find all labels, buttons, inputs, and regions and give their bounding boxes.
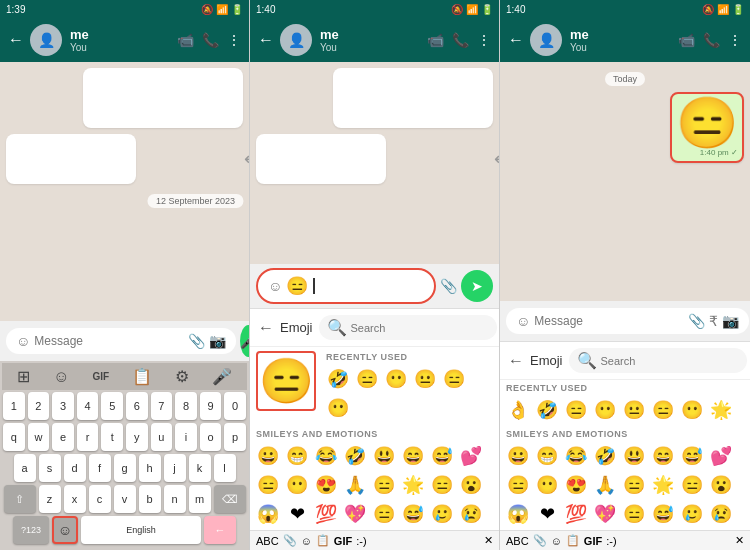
key-s[interactable]: s: [39, 454, 61, 482]
mic-button-1[interactable]: 🎤: [240, 325, 250, 357]
emoji-cell[interactable]: 🌟: [649, 471, 677, 499]
key-7[interactable]: 7: [151, 392, 173, 420]
kb-settings-icon[interactable]: ⚙: [175, 367, 189, 386]
video-call-icon-2[interactable]: 📹: [427, 32, 444, 48]
emoji-button-1[interactable]: ☺: [16, 333, 30, 349]
video-call-icon-3[interactable]: 📹: [678, 32, 695, 48]
call-icon-3[interactable]: 📞: [703, 32, 720, 48]
emoji-cell[interactable]: 😑: [428, 471, 456, 499]
emoji-kb-sticker[interactable]: 📋: [316, 534, 330, 547]
kb-gif-icon[interactable]: GIF: [92, 371, 109, 382]
key-z[interactable]: z: [39, 485, 61, 513]
emoji-cell[interactable]: 😮: [707, 471, 735, 499]
emoji-cell[interactable]: 🌟: [399, 471, 427, 499]
emoji-cell[interactable]: 😑: [620, 500, 648, 528]
emoji-search-input-3[interactable]: [601, 355, 739, 367]
message-input-1[interactable]: [34, 334, 184, 348]
key-v[interactable]: v: [114, 485, 136, 513]
key-1[interactable]: 1: [3, 392, 25, 420]
emoji-search-input-2[interactable]: [351, 322, 489, 334]
emoji-cell[interactable]: 🤣: [533, 396, 561, 424]
emoji-cell[interactable]: 😀: [254, 442, 282, 470]
key-f[interactable]: f: [89, 454, 111, 482]
key-k[interactable]: k: [189, 454, 211, 482]
key-i[interactable]: i: [175, 423, 197, 451]
key-m[interactable]: m: [189, 485, 211, 513]
emoji-cell[interactable]: 🙏: [341, 471, 369, 499]
emoji-cell[interactable]: 😀: [504, 442, 532, 470]
emoji-cell[interactable]: 😑: [620, 471, 648, 499]
key-o[interactable]: o: [200, 423, 222, 451]
kb-grid-icon[interactable]: ⊞: [17, 367, 30, 386]
emoji-cell[interactable]: 💖: [341, 500, 369, 528]
key-t[interactable]: t: [101, 423, 123, 451]
emoji-kb-text-3[interactable]: :-): [606, 535, 616, 547]
more-icon-2[interactable]: ⋮: [477, 32, 491, 48]
key-e[interactable]: e: [52, 423, 74, 451]
attachment-icon-2[interactable]: 📎: [440, 278, 457, 294]
message-input-3[interactable]: [534, 314, 684, 328]
emoji-cell[interactable]: 😐: [411, 365, 439, 393]
rupee-icon-3[interactable]: ₹: [709, 313, 718, 329]
emoji-cell[interactable]: 😑: [370, 500, 398, 528]
key-d[interactable]: d: [64, 454, 86, 482]
emoji-cell[interactable]: 😶: [324, 394, 352, 422]
emoji-cell[interactable]: 😢: [707, 500, 735, 528]
emoji-cell[interactable]: 😃: [370, 442, 398, 470]
emoji-kb-face-3[interactable]: ☺: [551, 535, 562, 547]
key-backspace[interactable]: ⌫: [214, 485, 246, 513]
emoji-cell[interactable]: 😐: [620, 396, 648, 424]
emoji-kb-face[interactable]: ☺: [301, 535, 312, 547]
emoji-back-3[interactable]: ←: [508, 352, 524, 370]
emoji-cell[interactable]: 💕: [707, 442, 735, 470]
key-r[interactable]: r: [77, 423, 99, 451]
emoji-cell[interactable]: 😑: [678, 471, 706, 499]
key-j[interactable]: j: [164, 454, 186, 482]
emoji-cell[interactable]: 😅: [399, 500, 427, 528]
key-u[interactable]: u: [151, 423, 173, 451]
emoji-cell[interactable]: 💯: [562, 500, 590, 528]
back-button-2[interactable]: ←: [258, 31, 274, 49]
key-x[interactable]: x: [64, 485, 86, 513]
emoji-cell[interactable]: 😃: [620, 442, 648, 470]
key-c[interactable]: c: [89, 485, 111, 513]
emoji-cell[interactable]: 😍: [312, 471, 340, 499]
key-b[interactable]: b: [139, 485, 161, 513]
emoji-cell[interactable]: 😅: [649, 500, 677, 528]
emoji-cell[interactable]: 😱: [504, 500, 532, 528]
emoji-cell[interactable]: 😁: [283, 442, 311, 470]
emoji-cell[interactable]: 😄: [649, 442, 677, 470]
emoji-cell[interactable]: 😶: [678, 396, 706, 424]
emoji-cell[interactable]: 😶: [382, 365, 410, 393]
kb-mic-icon[interactable]: 🎤: [212, 367, 232, 386]
emoji-cell[interactable]: 😑: [649, 396, 677, 424]
more-icon-1[interactable]: ⋮: [227, 32, 241, 48]
emoji-cell[interactable]: 👌: [504, 396, 532, 424]
emoji-cell[interactable]: 😑: [370, 471, 398, 499]
emoji-kb-icon1-3[interactable]: 📎: [533, 534, 547, 547]
key-2[interactable]: 2: [28, 392, 50, 420]
emoji-cell[interactable]: 💕: [457, 442, 485, 470]
key-space[interactable]: English: [81, 516, 201, 544]
emoji-cell[interactable]: 😶: [283, 471, 311, 499]
emoji-button-2[interactable]: ☺: [268, 278, 282, 294]
emoji-kb-icon1[interactable]: 📎: [283, 534, 297, 547]
emoji-cell[interactable]: 🌟: [707, 396, 735, 424]
video-call-icon-1[interactable]: 📹: [177, 32, 194, 48]
call-icon-1[interactable]: 📞: [202, 32, 219, 48]
emoji-cell[interactable]: 😶: [591, 396, 619, 424]
camera-icon-1[interactable]: 📷: [209, 333, 226, 349]
emoji-kb-text[interactable]: :-): [356, 535, 366, 547]
emoji-cell[interactable]: 🤣: [591, 442, 619, 470]
more-icon-3[interactable]: ⋮: [728, 32, 742, 48]
emoji-cell[interactable]: 😑: [504, 471, 532, 499]
emoji-cell[interactable]: 💖: [591, 500, 619, 528]
emoji-cell[interactable]: 😮: [457, 471, 485, 499]
key-6[interactable]: 6: [126, 392, 148, 420]
key-5[interactable]: 5: [101, 392, 123, 420]
emoji-cell[interactable]: 🥲: [678, 500, 706, 528]
key-symbols[interactable]: ?123: [13, 516, 49, 544]
key-0[interactable]: 0: [224, 392, 246, 420]
emoji-back-2[interactable]: ←: [258, 319, 274, 337]
key-3[interactable]: 3: [52, 392, 74, 420]
